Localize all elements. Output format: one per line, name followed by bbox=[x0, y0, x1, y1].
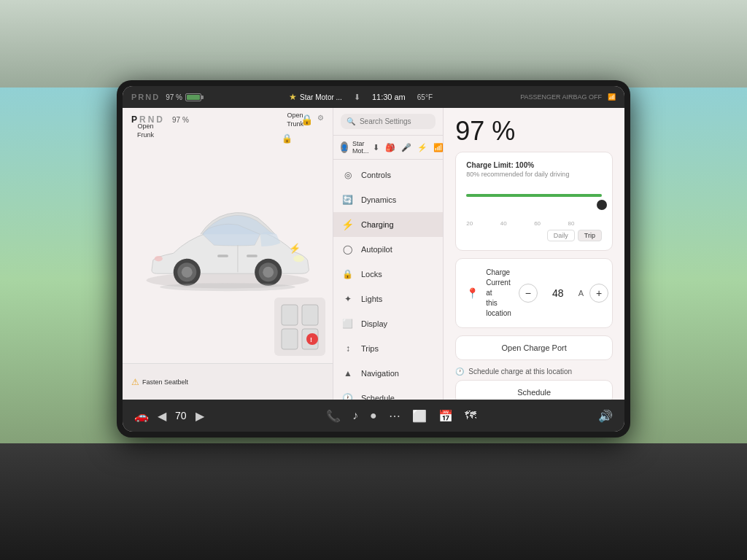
marker-80: 80 bbox=[568, 220, 575, 227]
sidebar-item-dynamics[interactable]: 🔄 Dynamics bbox=[333, 187, 443, 212]
sidebar-item-lights[interactable]: ✦ Lights bbox=[333, 287, 443, 311]
search-wrapper[interactable]: 🔍 bbox=[341, 114, 436, 129]
status-bar-right: PASSENGER AIRBAG OFF 📶 bbox=[520, 93, 616, 101]
svg-rect-14 bbox=[282, 305, 298, 325]
slider-fill bbox=[466, 194, 602, 197]
sidebar-item-controls[interactable]: ◎ Controls bbox=[333, 163, 443, 187]
media-icon[interactable]: ● bbox=[370, 409, 377, 422]
charging-menu-label: Charging bbox=[361, 220, 394, 229]
tab-daily[interactable]: Daily bbox=[547, 230, 575, 241]
taskbar-right: 🔊 bbox=[598, 409, 613, 423]
display-menu-label: Display bbox=[361, 319, 387, 328]
charge-limit-title: Charge Limit: 100% bbox=[466, 161, 602, 169]
charge-limit-card: Charge Limit: 100% 80% recommended for d… bbox=[455, 152, 613, 251]
decrease-current-button[interactable]: − bbox=[519, 284, 538, 303]
sidebar-item-autopilot[interactable]: ◯ Autopilot bbox=[333, 237, 443, 262]
svg-text:!: ! bbox=[310, 336, 312, 343]
calendar-icon[interactable]: 📅 bbox=[438, 409, 453, 423]
charge-current-label: Charge Current at this location bbox=[486, 268, 511, 319]
battery-percent-large: 97 % bbox=[455, 118, 613, 144]
settings-panel: 🔍 👤 Star Mot... ⬇ 🎒 🎤 ⚡ 📶 bbox=[333, 108, 444, 400]
svg-text:⚡: ⚡ bbox=[289, 242, 301, 254]
dynamics-menu-label: Dynamics bbox=[361, 195, 396, 204]
marker-40: 40 bbox=[500, 220, 507, 227]
taskbar-center: 📞 ♪ ● ⋯ ⬜ 📅 🗺 bbox=[326, 409, 476, 423]
more-icon[interactable]: ⋯ bbox=[389, 409, 400, 423]
signal-icon: 📶 bbox=[608, 93, 616, 101]
battery-status: 97 % bbox=[166, 93, 201, 101]
open-trunk-label[interactable]: Open Trunk bbox=[287, 112, 303, 128]
schedule-label: 🕐 Schedule charge at this location bbox=[455, 368, 613, 376]
marker-60: 60 bbox=[534, 220, 541, 227]
sidebar-item-charging[interactable]: ⚡ Charging bbox=[333, 212, 443, 237]
settings-menu-list: ◎ Controls 🔄 Dynamics ⚡ Charging ◯ Autop… bbox=[333, 160, 443, 400]
back-button[interactable]: ◀ bbox=[158, 409, 166, 423]
mic-icon[interactable]: 🎤 bbox=[401, 143, 411, 152]
trips-menu-label: Trips bbox=[361, 344, 379, 353]
open-charge-port-button[interactable]: Open Charge Port bbox=[455, 335, 613, 360]
sidebar-item-schedule[interactable]: 🕐 Schedule bbox=[333, 386, 443, 400]
svg-point-11 bbox=[155, 256, 163, 261]
sidebar-item-navigation[interactable]: ▲ Navigation bbox=[333, 361, 443, 386]
tab-trip[interactable]: Trip bbox=[578, 230, 602, 241]
svg-point-18 bbox=[306, 333, 318, 345]
clock-icon: 🕐 bbox=[455, 368, 464, 376]
charge-current-card: 📍 Charge Current at this location − 48 A… bbox=[455, 258, 613, 328]
charge-limit-slider[interactable] bbox=[466, 185, 602, 207]
locks-menu-icon: 🔒 bbox=[342, 268, 354, 280]
taskbar-left: 🚗 ◀ 70 ▶ bbox=[134, 409, 204, 423]
bag-icon[interactable]: 🎒 bbox=[385, 143, 395, 152]
slider-thumb[interactable] bbox=[597, 200, 607, 210]
status-bar-left: PRND 97 % bbox=[131, 93, 201, 101]
search-input[interactable] bbox=[360, 117, 430, 125]
status-bar: PRND 97 % ★ Star Motor ... ⬇ 11:30 am 65… bbox=[123, 86, 624, 108]
navigation-menu-icon: ▲ bbox=[342, 368, 354, 379]
maps-icon[interactable]: 🗺 bbox=[465, 409, 476, 422]
charging-details-panel: 97 % Charge Limit: 100% 80% recommended … bbox=[444, 108, 624, 400]
sidebar-item-trips[interactable]: ↕ Trips bbox=[333, 336, 443, 361]
bluetooth-icon[interactable]: ⚡ bbox=[417, 143, 427, 152]
lights-menu-label: Lights bbox=[361, 295, 382, 303]
schedule-button[interactable]: Schedule bbox=[455, 380, 613, 400]
warning-triangle-icon: ⚠ bbox=[131, 377, 139, 387]
battery-icon bbox=[185, 93, 201, 101]
display-menu-icon: ⬜ bbox=[342, 318, 354, 330]
increase-current-button[interactable]: + bbox=[589, 284, 608, 303]
door-icons-panel: ! bbox=[274, 298, 325, 356]
profile-name: Star Mot... bbox=[352, 140, 369, 155]
taskbar: 🚗 ◀ 70 ▶ 📞 ♪ ● ⋯ ⬜ 📅 🗺 🔊 bbox=[123, 400, 624, 432]
signal-bars-icon: 📶 bbox=[433, 143, 444, 152]
slider-tabs: Daily Trip bbox=[466, 230, 602, 241]
airbag-status: PASSENGER AIRBAG OFF bbox=[520, 93, 602, 101]
navigation-menu-label: Navigation bbox=[361, 369, 399, 378]
volume-icon[interactable]: 🔊 bbox=[598, 409, 613, 423]
open-frunk-label[interactable]: Open Frunk bbox=[137, 122, 154, 139]
main-content: PRND 97 % 🔒 ⚙ Open Frunk Open Trunk 🔒 bbox=[123, 108, 624, 400]
battery-fill bbox=[187, 95, 200, 100]
profile-avatar: 👤 bbox=[341, 141, 348, 153]
phone-icon[interactable]: 📞 bbox=[326, 409, 341, 423]
sidebar-item-display[interactable]: ⬜ Display bbox=[333, 311, 443, 336]
charge-pin-icon: 📍 bbox=[466, 287, 479, 299]
star-motor-logo: ★ Star Motor ... bbox=[289, 92, 342, 102]
battery-percent-top: 97 % bbox=[166, 93, 182, 101]
download-icon-profile[interactable]: ⬇ bbox=[373, 143, 379, 152]
forward-button[interactable]: ▶ bbox=[196, 409, 204, 423]
star-icon: ★ bbox=[289, 92, 297, 102]
music-icon[interactable]: ♪ bbox=[352, 409, 358, 422]
svg-point-13 bbox=[160, 283, 295, 291]
svg-point-3 bbox=[182, 267, 193, 278]
svg-point-6 bbox=[263, 267, 274, 278]
speed-display: 70 bbox=[175, 410, 187, 421]
sidebar-item-locks[interactable]: 🔒 Locks bbox=[333, 262, 443, 287]
controls-menu-label: Controls bbox=[361, 171, 391, 179]
grid-icon[interactable]: ⬜ bbox=[412, 409, 427, 423]
svg-rect-16 bbox=[282, 329, 298, 349]
profile-action-icons: ⬇ 🎒 🎤 ⚡ 📶 bbox=[373, 143, 444, 152]
autopilot-menu-icon: ◯ bbox=[342, 244, 354, 255]
trunk-lock-icon: 🔒 bbox=[282, 133, 293, 144]
seatbelt-warning-text: Fasten Seatbelt bbox=[142, 378, 188, 386]
car-taskbar-icon[interactable]: 🚗 bbox=[134, 409, 149, 423]
current-value: 48 bbox=[543, 287, 573, 299]
svg-rect-8 bbox=[217, 254, 228, 257]
